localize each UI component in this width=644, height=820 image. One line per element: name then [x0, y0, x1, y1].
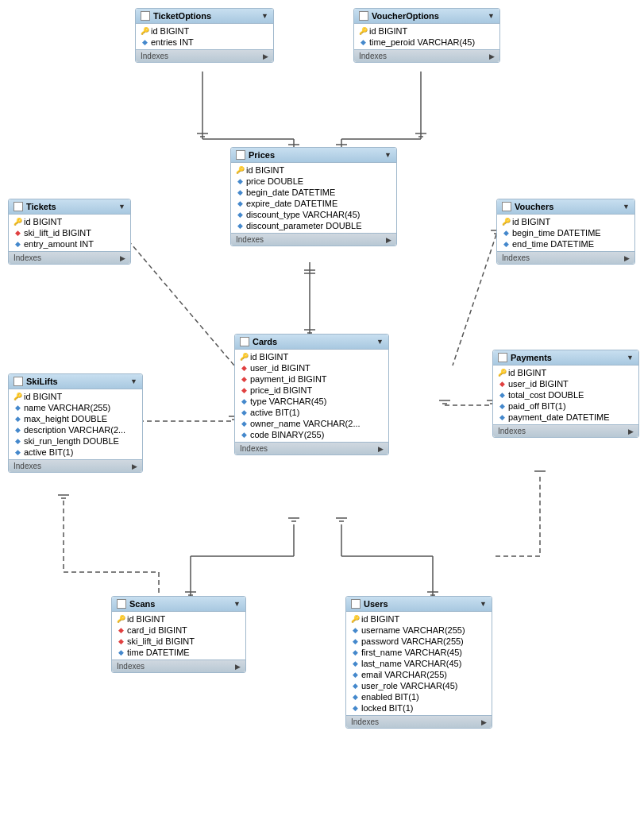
fk-icon: ◆ — [240, 386, 248, 394]
pk-icon: 🔑 — [236, 166, 244, 174]
field-icon: ◆ — [351, 637, 359, 645]
field-label: end_time DATETIME — [512, 239, 594, 249]
table-users-footer[interactable]: Indexes ▶ — [346, 715, 492, 728]
table-icon — [351, 599, 361, 609]
table-skilifts-footer[interactable]: Indexes ▶ — [9, 459, 142, 472]
field-label: name VARCHAR(255) — [24, 403, 110, 412]
dropdown-arrow[interactable]: ▼ — [130, 377, 137, 385]
dropdown-arrow[interactable]: ▼ — [233, 600, 241, 608]
field-row: ◆ enabled BIT(1) — [346, 691, 492, 702]
field-icon: ◆ — [240, 420, 248, 427]
table-users[interactable]: Users ▼ 🔑 id BIGINT ◆ username VARCHAR(2… — [345, 596, 492, 729]
field-row: ◆ code BINARY(255) — [235, 429, 388, 440]
table-scans-footer[interactable]: Indexes ▶ — [112, 659, 245, 672]
svg-line-19 — [123, 234, 234, 366]
table-vouchers[interactable]: Vouchers ▼ 🔑 id BIGINT ◆ begin_time DATE… — [496, 199, 635, 265]
field-row: ◆ password VARCHAR(255) — [346, 636, 492, 647]
dropdown-arrow[interactable]: ▼ — [623, 203, 630, 211]
field-row: ◆ discount_type VARCHAR(45) — [231, 209, 396, 220]
dropdown-arrow[interactable]: ▼ — [261, 12, 268, 20]
table-cards-body: 🔑 id BIGINT ◆ user_id BIGINT ◆ payment_i… — [235, 350, 388, 442]
field-icon: ◆ — [351, 648, 359, 656]
dropdown-arrow[interactable]: ▼ — [376, 338, 384, 346]
field-label: id BIGINT — [250, 352, 288, 362]
table-ticketoptions-footer[interactable]: Indexes ▶ — [136, 49, 273, 62]
field-icon: ◆ — [13, 448, 21, 456]
table-vouchers-footer[interactable]: Indexes ▶ — [497, 251, 634, 264]
table-icon — [498, 353, 507, 362]
dropdown-arrow[interactable]: ▼ — [384, 151, 391, 159]
table-voucheroptions-footer[interactable]: Indexes ▶ — [354, 49, 499, 62]
field-label: enabled BIT(1) — [361, 692, 419, 702]
field-icon: ◆ — [498, 402, 506, 410]
field-icon: ◆ — [141, 38, 148, 46]
table-cards-header: Cards ▼ — [235, 335, 388, 350]
field-label: total_cost DOUBLE — [508, 390, 584, 400]
indexes-label: Indexes — [236, 235, 264, 244]
table-cards[interactable]: Cards ▼ 🔑 id BIGINT ◆ user_id BIGINT ◆ p… — [234, 334, 389, 455]
field-label: card_id BIGINT — [127, 625, 187, 635]
field-label: owner_name VARCHAR(2... — [250, 419, 361, 428]
field-row: 🔑 id BIGINT — [9, 391, 142, 402]
field-row: 🔑 id BIGINT — [231, 164, 396, 176]
footer-arrow: ▶ — [628, 427, 634, 435]
table-ticketoptions[interactable]: TicketOptions ▼ 🔑 id BIGINT ◆ entries IN… — [135, 8, 274, 63]
table-icon — [502, 202, 511, 211]
field-row: ◆ ski_lift_id BIGINT — [112, 636, 245, 647]
table-skilifts-body: 🔑 id BIGINT ◆ name VARCHAR(255) ◆ max_he… — [9, 389, 142, 459]
table-voucheroptions-header: VoucherOptions ▼ — [354, 9, 499, 24]
field-label: user_role VARCHAR(45) — [361, 681, 457, 690]
table-skilifts[interactable]: SkiLifts ▼ 🔑 id BIGINT ◆ name VARCHAR(25… — [8, 373, 143, 473]
footer-arrow: ▶ — [624, 254, 630, 262]
table-payments-name: Payments — [511, 353, 552, 362]
table-payments-body: 🔑 id BIGINT ◆ user_id BIGINT ◆ total_cos… — [493, 366, 638, 424]
table-voucheroptions[interactable]: VoucherOptions ▼ 🔑 id BIGINT ◆ time_pero… — [353, 8, 500, 63]
field-label: code BINARY(255) — [250, 430, 324, 439]
table-voucheroptions-body: 🔑 id BIGINT ◆ time_peroid VARCHAR(45) — [354, 24, 499, 49]
field-label: user_id BIGINT — [250, 363, 310, 373]
table-prices[interactable]: Prices ▼ 🔑 id BIGINT ◆ price DOUBLE ◆ be… — [230, 147, 397, 246]
pk-icon: 🔑 — [359, 27, 367, 35]
table-prices-footer[interactable]: Indexes ▶ — [231, 233, 396, 246]
field-row: ◆ total_cost DOUBLE — [493, 389, 638, 400]
table-scans-name: Scans — [129, 599, 155, 609]
field-icon: ◆ — [236, 211, 244, 219]
field-icon: ◆ — [502, 229, 510, 237]
footer-arrow: ▶ — [481, 718, 487, 726]
table-payments[interactable]: Payments ▼ 🔑 id BIGINT ◆ user_id BIGINT … — [492, 350, 639, 438]
table-scans[interactable]: Scans ▼ 🔑 id BIGINT ◆ card_id BIGINT ◆ s… — [111, 596, 246, 673]
indexes-label: Indexes — [351, 718, 379, 726]
table-cards-footer[interactable]: Indexes ▶ — [235, 442, 388, 454]
dropdown-arrow[interactable]: ▼ — [488, 12, 495, 20]
table-payments-footer[interactable]: Indexes ▶ — [493, 424, 638, 437]
field-icon: ◆ — [351, 626, 359, 634]
field-label: type VARCHAR(45) — [250, 396, 326, 406]
field-label: time DATETIME — [127, 648, 190, 657]
fk-icon: ◆ — [498, 380, 506, 388]
field-row: ◆ active BIT(1) — [235, 407, 388, 418]
table-voucheroptions-name: VoucherOptions — [372, 11, 439, 21]
table-ticketoptions-header: TicketOptions ▼ — [136, 9, 273, 24]
fk-icon: ◆ — [117, 637, 125, 645]
field-label: price_id BIGINT — [250, 385, 312, 395]
field-label: payment_date DATETIME — [508, 412, 610, 422]
table-icon — [240, 337, 249, 346]
table-tickets[interactable]: Tickets ▼ 🔑 id BIGINT ◆ ski_lift_id BIGI… — [8, 199, 131, 265]
dropdown-arrow[interactable]: ▼ — [627, 354, 634, 362]
field-row: ◆ ski_lift_id BIGINT — [9, 227, 130, 238]
field-icon: ◆ — [240, 431, 248, 439]
pk-icon: 🔑 — [117, 615, 125, 623]
footer-arrow: ▶ — [489, 52, 495, 60]
table-tickets-footer[interactable]: Indexes ▶ — [9, 251, 130, 264]
field-row: 🔑 id BIGINT — [112, 613, 245, 625]
table-icon — [117, 599, 126, 609]
field-row: ◆ expire_date DATETIME — [231, 198, 396, 209]
table-icon — [13, 202, 23, 211]
table-vouchers-name: Vouchers — [515, 202, 553, 211]
dropdown-arrow[interactable]: ▼ — [480, 600, 487, 608]
field-label: ski_lift_id BIGINT — [127, 636, 195, 646]
dropdown-arrow[interactable]: ▼ — [118, 203, 125, 211]
field-row: 🔑 id BIGINT — [235, 351, 388, 362]
field-icon: ◆ — [502, 240, 510, 248]
field-row: ◆ description VARCHAR(2... — [9, 424, 142, 435]
